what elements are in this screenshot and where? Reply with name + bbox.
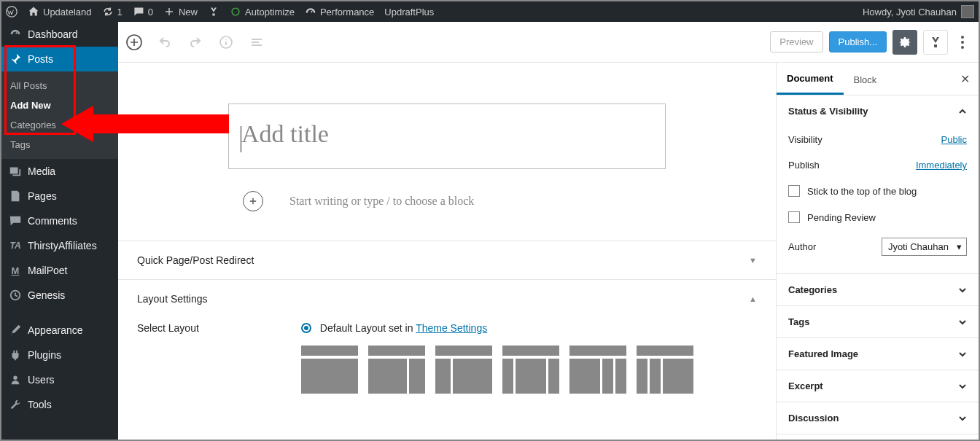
sidebar-item-users[interactable]: Users bbox=[1, 367, 118, 392]
comment-icon bbox=[133, 6, 144, 17]
yoast-link[interactable] bbox=[208, 6, 219, 17]
panel-redirect-toggle[interactable]: Quick Page/Post Redirect ▼ bbox=[137, 241, 757, 279]
discussion-toggle[interactable]: Discussion bbox=[777, 402, 979, 434]
submenu-categories[interactable]: Categories bbox=[1, 115, 118, 135]
panel-layout-title: Layout Settings bbox=[137, 293, 208, 305]
redo-button[interactable] bbox=[187, 34, 204, 51]
genesis-icon bbox=[9, 289, 22, 302]
editor-canvas[interactable]: Add title Start writing or type / to cho… bbox=[118, 63, 776, 440]
wp-logo[interactable] bbox=[6, 6, 18, 17]
settings-toggle-button[interactable] bbox=[892, 30, 917, 55]
avatar bbox=[961, 5, 974, 18]
account-link[interactable]: Howdy, Jyoti Chauhan bbox=[863, 5, 974, 18]
submenu-all-posts[interactable]: All Posts bbox=[1, 76, 118, 95]
sidebar-item-appearance[interactable]: Appearance bbox=[1, 318, 118, 343]
settings-sidebar: Document Block ✕ Status & Visibility Vis… bbox=[776, 63, 979, 440]
add-block-button[interactable] bbox=[125, 34, 143, 51]
updates-link[interactable]: 1 bbox=[102, 6, 122, 17]
admin-bar: Updateland 1 0 New Autoptimize Performan… bbox=[1, 1, 979, 22]
admin-sidebar: Dashboard Posts All Posts Add New Catego… bbox=[1, 22, 118, 440]
chevron-down-icon bbox=[958, 382, 967, 391]
author-select[interactable]: Jyoti Chauhan ▾ bbox=[882, 238, 967, 256]
layout-option-2[interactable] bbox=[368, 346, 425, 394]
tab-document[interactable]: Document bbox=[777, 63, 844, 95]
sidebar-item-pages[interactable]: Pages bbox=[1, 184, 118, 208]
title-placeholder: Add title bbox=[241, 120, 329, 147]
pending-checkbox[interactable] bbox=[788, 211, 800, 223]
chevron-up-icon bbox=[958, 107, 967, 116]
sidebar-item-media[interactable]: Media bbox=[1, 159, 118, 184]
publish-label: Publish bbox=[788, 160, 820, 171]
layout-option-1[interactable] bbox=[301, 346, 358, 394]
genesis-label: Genesis bbox=[28, 289, 65, 301]
chevron-down-icon bbox=[958, 286, 967, 294]
publish-button[interactable]: Publish... bbox=[829, 31, 887, 52]
panel-layout-toggle[interactable]: Layout Settings ▲ bbox=[137, 280, 757, 318]
author-label: Author bbox=[788, 241, 816, 252]
categories-toggle[interactable]: Categories bbox=[777, 274, 979, 305]
media-label: Media bbox=[28, 165, 55, 177]
autoptimize-link[interactable]: Autoptimize bbox=[230, 6, 295, 17]
layout-option-3[interactable] bbox=[435, 346, 492, 394]
comments-link[interactable]: 0 bbox=[133, 6, 153, 17]
dashboard-icon bbox=[9, 28, 22, 41]
performance-link[interactable]: Performance bbox=[305, 6, 374, 17]
mailpoet-label: MailPoet bbox=[28, 265, 67, 276]
updates-count: 1 bbox=[117, 7, 122, 17]
layout-option-4[interactable] bbox=[502, 346, 559, 394]
chevron-down-icon bbox=[958, 414, 967, 423]
submenu-add-new[interactable]: Add New bbox=[1, 95, 118, 115]
sidebar-item-comments[interactable]: Comments bbox=[1, 208, 118, 233]
plugin-icon bbox=[9, 348, 22, 362]
submenu-tags[interactable]: Tags bbox=[1, 135, 118, 155]
visibility-value-link[interactable]: Public bbox=[941, 134, 967, 145]
chevron-down-icon bbox=[958, 350, 967, 359]
outline-button[interactable] bbox=[248, 34, 265, 51]
svg-point-3 bbox=[13, 376, 17, 380]
yoast-icon bbox=[208, 6, 219, 17]
svg-point-13 bbox=[961, 46, 964, 49]
updraft-link[interactable]: UpdraftPlus bbox=[384, 7, 434, 17]
stick-checkbox[interactable] bbox=[788, 185, 800, 197]
pin-icon bbox=[9, 52, 22, 66]
plugins-label: Plugins bbox=[28, 349, 61, 361]
layout-radio-default[interactable] bbox=[301, 323, 311, 333]
circle-icon bbox=[230, 6, 241, 17]
tab-block[interactable]: Block bbox=[844, 64, 887, 94]
tags-toggle[interactable]: Tags bbox=[777, 306, 979, 337]
sidebar-item-dashboard[interactable]: Dashboard bbox=[1, 22, 118, 47]
svg-rect-8 bbox=[252, 39, 262, 40]
new-content-link[interactable]: New bbox=[163, 6, 198, 17]
plus-icon bbox=[163, 6, 175, 17]
featured-image-toggle[interactable]: Featured Image bbox=[777, 338, 979, 370]
updraft-label: UpdraftPlus bbox=[384, 7, 434, 17]
preview-button[interactable]: Preview bbox=[770, 31, 822, 52]
status-visibility-toggle[interactable]: Status & Visibility bbox=[777, 95, 979, 127]
more-options-button[interactable] bbox=[954, 30, 971, 55]
sidebar-item-mailpoet[interactable]: MMailPoet bbox=[1, 258, 118, 283]
theme-settings-link[interactable]: Theme Settings bbox=[416, 322, 487, 334]
close-settings-button[interactable]: ✕ bbox=[952, 72, 979, 86]
layout-option-6[interactable] bbox=[637, 346, 693, 394]
post-title-input[interactable]: Add title bbox=[228, 104, 666, 169]
thirsty-icon: TA bbox=[9, 239, 22, 252]
undo-button[interactable] bbox=[156, 34, 174, 51]
site-name-link[interactable]: Updateland bbox=[28, 6, 92, 17]
default-layout-text: Default Layout set in Theme Settings bbox=[320, 322, 487, 334]
sidebar-item-posts[interactable]: Posts bbox=[1, 47, 118, 71]
mailpoet-icon: M bbox=[9, 264, 22, 277]
publish-value-link[interactable]: Immediately bbox=[916, 160, 967, 171]
sidebar-item-plugins[interactable]: Plugins bbox=[1, 343, 118, 367]
sidebar-item-genesis[interactable]: Genesis bbox=[1, 283, 118, 308]
appearance-label: Appearance bbox=[28, 324, 83, 336]
autoptimize-label: Autoptimize bbox=[245, 7, 295, 17]
sidebar-item-tools[interactable]: Tools bbox=[1, 392, 118, 417]
info-button[interactable] bbox=[217, 34, 235, 51]
sidebar-item-thirsty[interactable]: TAThirstyAffiliates bbox=[1, 233, 118, 258]
yoast-panel-button[interactable] bbox=[923, 30, 948, 55]
inline-add-block-button[interactable] bbox=[243, 191, 263, 211]
excerpt-toggle[interactable]: Excerpt bbox=[777, 370, 979, 402]
layout-option-5[interactable] bbox=[569, 346, 626, 394]
users-label: Users bbox=[28, 374, 55, 386]
block-prompt-text[interactable]: Start writing or type / to choose a bloc… bbox=[289, 195, 474, 208]
